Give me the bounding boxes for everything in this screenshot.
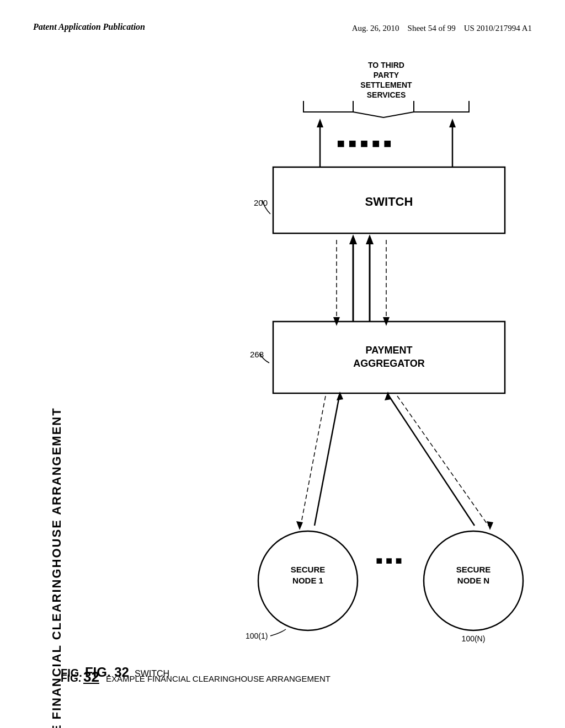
arrow-node1-to-agg <box>315 396 339 526</box>
fig-caption: EXAMPLE FINANCIAL CLEARINGHOUSE ARRANGEM… <box>106 674 331 683</box>
secure-nodeN-ref: 100(N) <box>462 634 486 643</box>
payment-agg-ref: 268 <box>250 350 264 359</box>
brace-left <box>303 101 353 112</box>
fig-text: FIG. <box>61 672 81 684</box>
third-party-label2: PARTY <box>374 71 399 79</box>
patent-number: US 2010/217994 A1 <box>464 24 532 33</box>
figure-label-container: FIG. 32 EXAMPLE FINANCIAL CLEARINGHOUSE … <box>61 668 331 686</box>
third-party-label3: SETTLEMENT <box>360 81 412 89</box>
diagram-area: EXAMPLE FINANCIAL CLEARINGHOUSE ARRANGEM… <box>33 46 532 697</box>
payment-aggregator-box <box>273 322 505 393</box>
switch-label: SWITCH <box>365 195 413 208</box>
secure-node1-ref: 100(1) <box>246 631 268 640</box>
payment-aggregator-label2: AGGREGATOR <box>353 358 424 369</box>
node1-ref-line <box>270 629 286 636</box>
payment-aggregator-label: PAYMENT <box>365 345 412 356</box>
dashed-agg-to-node1 <box>301 396 326 526</box>
arrowhead-up-left <box>317 119 323 127</box>
header-info: Aug. 26, 2010 Sheet 54 of 99 US 2010/217… <box>352 22 532 35</box>
brace-center <box>353 112 414 117</box>
arrowhead-agg-switch-right <box>366 234 374 244</box>
date-label: Aug. 26, 2010 <box>352 24 399 33</box>
diagram-svg: TO THIRD PARTY SETTLEMENT SERVICES <box>143 51 557 686</box>
arrow-nodeN-to-agg <box>389 396 475 526</box>
header: Patent Application Publication Aug. 26, … <box>33 22 532 35</box>
dashed-arrowhead-to-node1 <box>296 521 303 530</box>
dashed-arrowhead-to-nodeN <box>487 521 493 530</box>
sheet-label: Sheet 54 of 99 <box>408 24 456 33</box>
third-party-label4: SERVICES <box>367 90 406 99</box>
dashed-agg-to-nodeN <box>397 396 488 526</box>
fig-number-display: 32 <box>83 668 99 686</box>
secure-node1-label2: NODE 1 <box>292 576 323 585</box>
switch-ref: 200 <box>254 198 268 207</box>
arrowhead-up-right <box>449 119 456 127</box>
publication-label: Patent Application Publication <box>33 22 145 32</box>
page: Patent Application Publication Aug. 26, … <box>0 0 565 728</box>
dots-top: ■ ■ ■ ■ ■ <box>337 136 391 151</box>
third-party-label: TO THIRD <box>368 61 404 69</box>
secure-node1-label: SECURE <box>291 565 326 574</box>
dots-bottom: ■ ■ ■ <box>376 554 402 566</box>
svg-container: TO THIRD PARTY SETTLEMENT SERVICES <box>143 51 557 686</box>
brace-right <box>414 101 469 112</box>
secure-nodeN-label2: NODE N <box>457 576 489 585</box>
secure-nodeN-label: SECURE <box>456 565 491 574</box>
arrowhead-agg-switch-left <box>349 234 357 244</box>
